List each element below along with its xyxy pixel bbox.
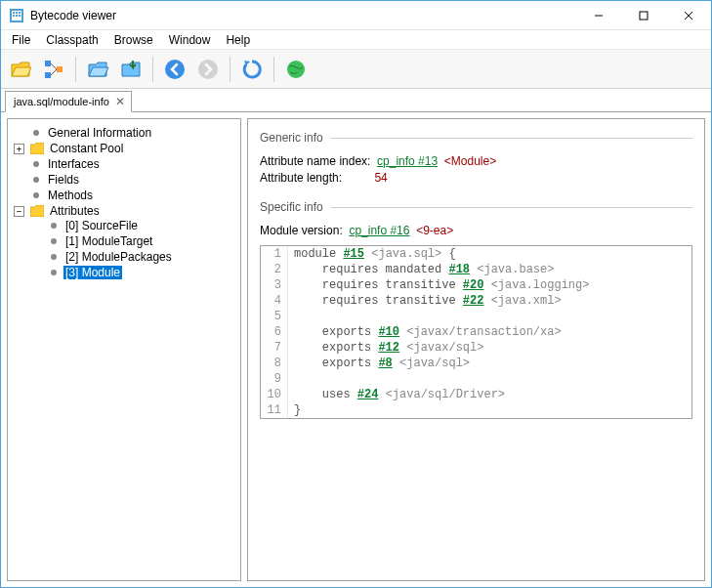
app-icon [9, 8, 24, 23]
menu-help[interactable]: Help [219, 31, 257, 49]
tree-label: [3] Module [63, 266, 122, 279]
tree-node[interactable]: +Constant Pool [14, 142, 236, 155]
tree-node[interactable]: [0] SourceFile [31, 219, 236, 232]
cp-ref-link[interactable]: #12 [378, 341, 399, 355]
content-body: General Information+Constant PoolInterfa… [1, 112, 711, 587]
tree-label: Interfaces [46, 157, 102, 171]
titlebar: Bytecode viewer [1, 1, 711, 30]
code-text: requires transitive #20 <java.logging> [288, 277, 595, 293]
code-line: 1module #15 <java.sql> { [261, 246, 691, 262]
tree-node[interactable]: −Attributes [14, 204, 236, 218]
generic-info-title: Generic info [260, 131, 323, 145]
tree-node[interactable]: General Information [14, 126, 236, 140]
tree-label: Methods [46, 189, 95, 202]
cp-ref-link[interactable]: #18 [448, 263, 470, 276]
module-version-row: Module version: cp_info #16 <9-ea> [260, 224, 692, 237]
tree-node[interactable]: [3] Module [31, 266, 236, 279]
svg-rect-2 [13, 12, 15, 14]
code-text: requires mandated #18 <java.base> [288, 262, 560, 277]
code-text: } [288, 402, 307, 418]
detail-pane: Generic info Attribute name index: cp_in… [247, 118, 705, 581]
menu-browse[interactable]: Browse [107, 31, 160, 49]
svg-rect-6 [16, 15, 18, 17]
toolbar-reload-button[interactable] [236, 54, 268, 85]
bullet-icon [33, 130, 39, 136]
toolbar-save-button[interactable] [115, 54, 147, 85]
bullet-icon [33, 177, 39, 183]
structure-tree: General Information+Constant PoolInterfa… [12, 125, 236, 281]
menu-classpath[interactable]: Classpath [39, 31, 105, 49]
menu-file[interactable]: File [5, 31, 37, 49]
toolbar-separator [230, 57, 230, 82]
tree-pane: General Information+Constant PoolInterfa… [7, 118, 241, 581]
tree-label: Attributes [48, 204, 102, 218]
svg-rect-9 [640, 12, 648, 20]
close-button[interactable] [666, 1, 711, 30]
code-text: uses #24 <java/sql/Driver> [288, 387, 511, 402]
collapse-icon[interactable]: − [14, 206, 24, 217]
tree-label: [2] ModulePackages [63, 250, 174, 264]
tab-module-info[interactable]: java.sql/module-info ✕ [5, 91, 132, 112]
svg-rect-3 [16, 12, 18, 14]
attr-name-index-value: <Module> [444, 154, 496, 168]
tree-indent [14, 128, 24, 139]
tree-node[interactable]: [1] ModuleTarget [31, 234, 236, 248]
tab-strip: java.sql/module-info ✕ [1, 89, 711, 112]
cp-ref-link[interactable]: #10 [378, 325, 399, 339]
line-number: 3 [261, 277, 288, 293]
maximize-button[interactable] [621, 1, 666, 30]
tree-node[interactable]: Interfaces [14, 157, 236, 171]
minimize-button[interactable] [576, 1, 621, 30]
bullet-icon [51, 254, 57, 260]
attr-name-index-link[interactable]: cp_info #13 [377, 154, 438, 168]
toolbar-web-button[interactable] [280, 54, 312, 85]
tree-node[interactable]: [2] ModulePackages [31, 250, 236, 264]
line-number: 5 [261, 309, 288, 324]
svg-rect-4 [19, 12, 21, 14]
cp-ref-link[interactable]: #24 [357, 388, 379, 401]
tab-label: java.sql/module-info [14, 96, 109, 107]
line-number: 4 [261, 293, 288, 309]
svg-point-17 [287, 61, 305, 78]
cp-ref-link[interactable]: #22 [463, 294, 484, 308]
menu-window[interactable]: Window [162, 31, 218, 49]
module-version-label: Module version: [260, 224, 343, 237]
svg-rect-7 [19, 15, 21, 17]
tree-label: Fields [46, 173, 81, 187]
toolbar-open-folder-button[interactable] [82, 54, 113, 85]
code-line: 6 exports #10 <javax/transaction/xa> [261, 324, 691, 340]
svg-rect-5 [13, 15, 15, 17]
toolbar-separator [75, 57, 76, 82]
toolbar-back-button[interactable] [159, 54, 190, 85]
svg-rect-12 [45, 61, 51, 66]
toolbar-jdk-tree-button[interactable] [38, 54, 69, 85]
module-version-value: <9-ea> [416, 224, 453, 237]
specific-info-title: Specific info [260, 200, 323, 214]
cp-ref-link[interactable]: #15 [343, 247, 364, 261]
cp-ref-link[interactable]: #20 [463, 278, 484, 292]
cp-ref-link[interactable]: #8 [378, 357, 392, 370]
tree-node[interactable]: Fields [14, 173, 236, 187]
tab-close-icon[interactable]: ✕ [115, 96, 125, 107]
line-number: 11 [261, 402, 288, 418]
tree-node[interactable]: Methods [14, 189, 236, 202]
line-number: 8 [261, 356, 288, 371]
toolbar-open-file-button[interactable] [5, 54, 36, 85]
line-number: 2 [261, 262, 288, 277]
bullet-icon [51, 238, 57, 244]
tree-label: General Information [46, 126, 153, 140]
svg-rect-14 [57, 66, 63, 72]
code-text [288, 371, 300, 387]
specific-info-header: Specific info [260, 200, 692, 214]
code-line: 10 uses #24 <java/sql/Driver> [261, 387, 691, 402]
tree-label: Constant Pool [48, 142, 125, 155]
code-line: 5 [261, 309, 691, 324]
line-number: 1 [261, 246, 288, 262]
module-version-link[interactable]: cp_info #16 [349, 224, 409, 237]
tree-indent [14, 175, 24, 186]
code-text [288, 309, 300, 324]
code-text: exports #12 <javax/sql> [288, 340, 489, 356]
attr-length-value: 54 [374, 171, 387, 185]
expand-icon[interactable]: + [14, 144, 24, 154]
line-number: 10 [261, 387, 288, 402]
